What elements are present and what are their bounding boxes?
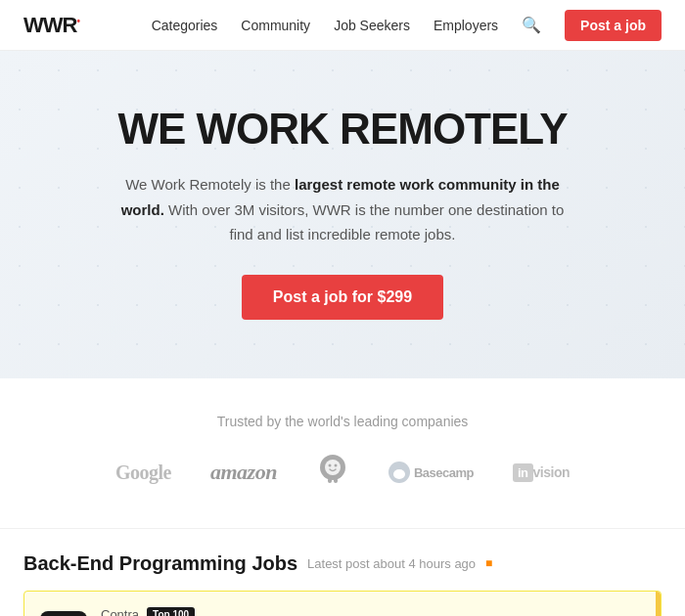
- rss-icon[interactable]: ■: [485, 556, 492, 570]
- logo-dot: •: [76, 15, 79, 25]
- trusted-heading: Trusted by the world's leading companies: [23, 414, 662, 429]
- top100-badge: Top 100: [147, 607, 195, 616]
- section-title: Back-End Programming Jobs: [23, 552, 297, 575]
- nav-community[interactable]: Community: [241, 18, 310, 33]
- svg-rect-1: [328, 478, 332, 483]
- nav-job-seekers[interactable]: Job Seekers: [334, 18, 410, 33]
- hero-desc-rest: With over 3M visitors, WWR is the number…: [164, 201, 564, 243]
- section-meta: Latest post about 4 hours ago: [307, 556, 476, 571]
- nav-employers[interactable]: Employers: [434, 18, 498, 33]
- google-logo: Google: [115, 462, 171, 484]
- nav-categories[interactable]: Categories: [152, 18, 218, 33]
- hero-description: We Work Remotely is the largest remote w…: [117, 172, 568, 247]
- jobs-section: Back-End Programming Jobs Latest post ab…: [0, 529, 685, 616]
- github-logo: [316, 453, 349, 493]
- svg-point-3: [325, 460, 341, 475]
- trusted-section: Trusted by the world's leading companies…: [0, 378, 685, 529]
- nav-links: Categories Community Job Seekers Employe…: [152, 10, 662, 41]
- navbar: WWR• Categories Community Job Seekers Em…: [0, 0, 685, 51]
- svg-point-7: [393, 469, 405, 479]
- job-company-row: Contra Top 100: [101, 607, 541, 616]
- svg-point-5: [334, 463, 337, 466]
- section-header: Back-End Programming Jobs Latest post ab…: [23, 552, 662, 575]
- hero-cta-button[interactable]: Post a job for $299: [242, 275, 443, 320]
- logo[interactable]: WWR•: [23, 13, 79, 38]
- job-card[interactable]: ✦ Contra Top 100 Senior Node.js/GraphQL/…: [23, 591, 662, 616]
- invision-logo: invision: [513, 464, 570, 480]
- hero-title: WE WORK REMOTELY: [39, 106, 646, 153]
- hero-content: WE WORK REMOTELY We Work Remotely is the…: [39, 106, 646, 320]
- nav-post-job-button[interactable]: Post a job: [565, 10, 662, 41]
- company-name: Contra: [101, 607, 139, 616]
- hero-desc-plain: We Work Remotely is the: [125, 176, 295, 193]
- job-info: Contra Top 100 Senior Node.js/GraphQL/Po…: [101, 607, 541, 616]
- search-icon[interactable]: 🔍: [522, 16, 541, 34]
- svg-point-4: [328, 463, 331, 466]
- amazon-logo: amazon: [210, 460, 277, 485]
- trusted-logos: Google amazon Basecamp invision: [23, 453, 662, 493]
- company-logo-contra: ✦: [40, 611, 87, 616]
- yellow-bar: [656, 592, 661, 616]
- basecamp-logo: Basecamp: [388, 462, 474, 483]
- svg-rect-2: [334, 478, 338, 483]
- hero-section: WE WORK REMOTELY We Work Remotely is the…: [0, 51, 685, 378]
